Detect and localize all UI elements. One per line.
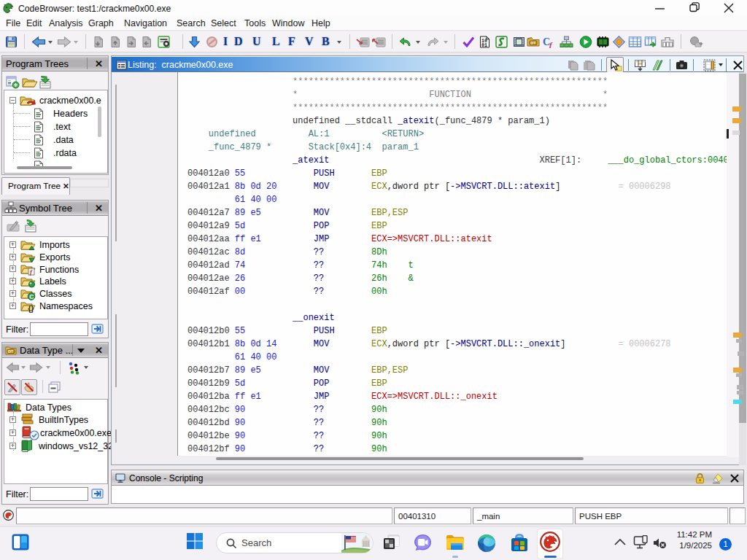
svg-text:01: 01 [481, 43, 487, 48]
svg-text:DT: DT [8, 349, 14, 354]
svg-text:DT: DT [530, 41, 536, 45]
svg-text:{}: {} [28, 305, 34, 313]
svg-text:f: f [549, 40, 553, 48]
